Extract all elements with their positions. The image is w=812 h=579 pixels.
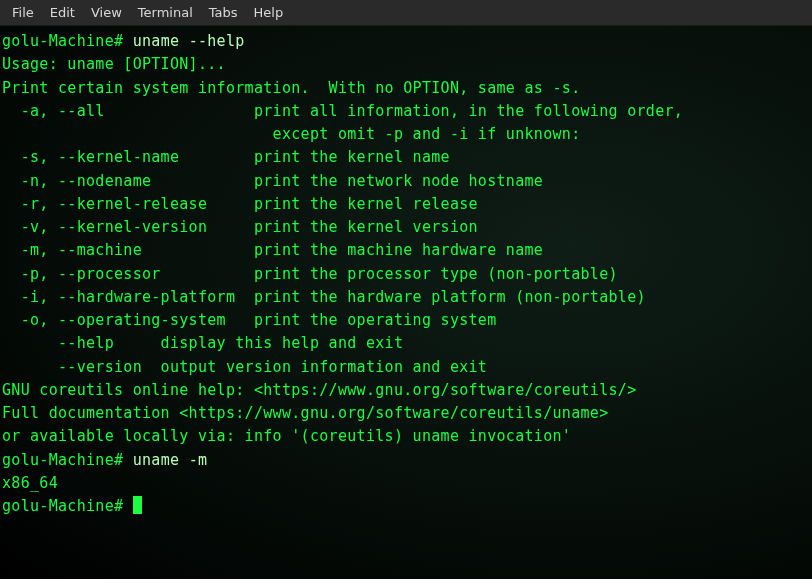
output-line: -r, --kernel-release print the kernel re… [2,193,810,216]
output-line: Print certain system information. With n… [2,77,810,100]
output-line: -n, --nodename print the network node ho… [2,170,810,193]
output-line: -p, --processor print the processor type… [2,263,810,286]
command-text: uname --help [133,32,245,50]
prompt-line: golu-Machine# uname -m [2,449,810,472]
output-line: -s, --kernel-name print the kernel name [2,146,810,169]
output-line: -a, --all print all information, in the … [2,100,810,123]
output-line: --help display this help and exit [2,332,810,355]
shell-prompt: golu-Machine# [2,451,133,469]
output-line: or available locally via: info '(coreuti… [2,425,810,448]
output-line: -m, --machine print the machine hardware… [2,239,810,262]
shell-prompt: golu-Machine# [2,32,133,50]
output-line: except omit -p and -i if unknown: [2,123,810,146]
output-line: -i, --hardware-platform print the hardwa… [2,286,810,309]
menu-tabs[interactable]: Tabs [201,1,246,24]
output-line: Full documentation <https://www.gnu.org/… [2,402,810,425]
prompt-line: golu-Machine# [2,495,810,518]
menu-help[interactable]: Help [246,1,292,24]
command-text: uname -m [133,451,208,469]
menubar: File Edit View Terminal Tabs Help [0,0,812,26]
menu-view[interactable]: View [83,1,130,24]
shell-prompt: golu-Machine# [2,497,133,515]
menu-edit[interactable]: Edit [42,1,83,24]
output-line: -o, --operating-system print the operati… [2,309,810,332]
prompt-line: golu-Machine# uname --help [2,30,810,53]
output-line: -v, --kernel-version print the kernel ve… [2,216,810,239]
output-line: GNU coreutils online help: <https://www.… [2,379,810,402]
cursor [133,496,142,514]
output-line: Usage: uname [OPTION]... [2,53,810,76]
terminal-output[interactable]: golu-Machine# uname --helpUsage: uname [… [0,26,812,579]
menu-terminal[interactable]: Terminal [130,1,201,24]
menu-file[interactable]: File [4,1,42,24]
output-line: --version output version information and… [2,356,810,379]
output-line: x86_64 [2,472,810,495]
